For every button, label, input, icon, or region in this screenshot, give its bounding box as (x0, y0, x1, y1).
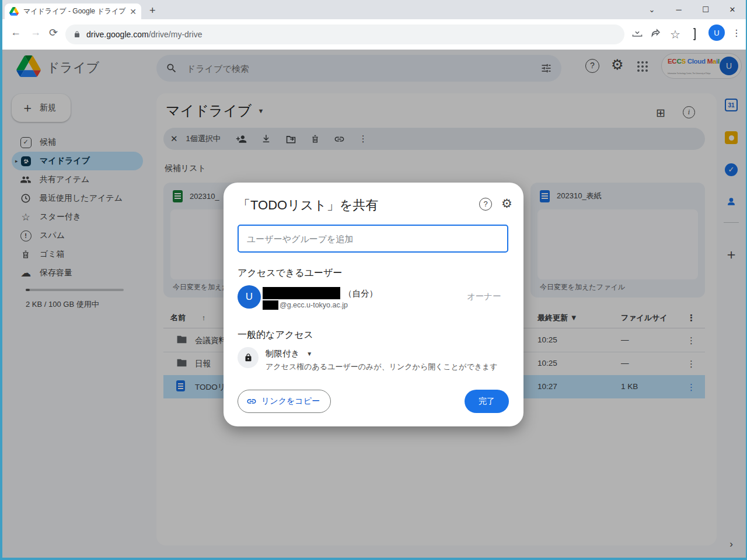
reload-button[interactable]: ⟳ (49, 26, 58, 39)
tab-close-icon[interactable]: ✕ (130, 7, 137, 16)
window-minimize-button[interactable]: ─ (665, 0, 692, 19)
new-tab-button[interactable]: + (149, 5, 156, 17)
address-bar: ← → ⟳ drive.google.com/drive/my-drive ☆ … (2, 19, 746, 50)
done-button[interactable]: 完了 (465, 390, 509, 413)
link-icon (246, 396, 257, 407)
redacted-owner-name (263, 287, 340, 299)
lock-icon (74, 30, 81, 38)
general-access-label: 一般的なアクセス (238, 329, 313, 341)
dropdown-caret-icon: ▼ (306, 351, 312, 357)
access-level-dropdown[interactable]: 制限付き ▼ (266, 348, 312, 359)
window-maximize-button[interactable]: ☐ (692, 0, 719, 19)
restricted-lock-icon (238, 347, 259, 368)
drive-favicon (9, 7, 19, 16)
access-description: アクセス権のあるユーザーのみが、リンクから開くことができます (266, 362, 498, 372)
copy-link-button[interactable]: リンクをコピー (238, 390, 331, 413)
window-chevron-icon[interactable]: ⌄ (638, 0, 665, 19)
omnibox[interactable]: drive.google.com/drive/my-drive (65, 24, 624, 44)
tab-strip: マイドライブ - Google ドライブ ✕ + ⌄ ─ ☐ ✕ (2, 0, 746, 19)
tab-title: マイドライブ - Google ドライブ (23, 6, 126, 16)
desktop: マイドライブ - Google ドライブ ✕ + ⌄ ─ ☐ ✕ ← → ⟳ d… (0, 0, 747, 560)
back-button[interactable]: ← (11, 26, 21, 38)
browser-window: マイドライブ - Google ドライブ ✕ + ⌄ ─ ☐ ✕ ← → ⟳ d… (2, 0, 746, 558)
url-text: drive.google.com/drive/my-drive (86, 30, 202, 39)
browser-tab[interactable]: マイドライブ - Google ドライブ ✕ (5, 4, 141, 19)
owner-role-label: オーナー (467, 291, 501, 302)
forward-button[interactable]: → (30, 26, 41, 38)
window-close-button[interactable]: ✕ (719, 0, 746, 19)
owner-avatar: U (238, 285, 261, 309)
share-icon[interactable] (650, 27, 662, 39)
dialog-title: 「TODOリスト」を共有 (238, 197, 378, 214)
owner-self-suffix: （自分） (344, 288, 378, 299)
share-dialog: 「TODOリスト」を共有 ? ⚙ アクセスできるユーザー U （自分） @g.e… (224, 183, 523, 426)
owner-email-domain: @g.ecc.u-tokyo.ac.jp (280, 301, 348, 309)
people-section-label: アクセスできるユーザー (238, 267, 342, 279)
install-icon[interactable] (631, 27, 643, 39)
dialog-help-icon[interactable]: ? (479, 198, 492, 211)
add-people-input[interactable] (238, 225, 508, 253)
drive-app: ドライブ ? ⚙ ECCS Cloud Mail Information Tec… (2, 50, 746, 558)
browser-avatar[interactable]: U (708, 24, 725, 41)
bookmark-star-icon[interactable]: ☆ (670, 27, 680, 41)
side-panel-icon[interactable] (693, 29, 696, 40)
redacted-owner-email (263, 300, 278, 310)
browser-menu-icon[interactable]: ⋮ (732, 27, 741, 38)
dialog-settings-icon[interactable]: ⚙ (501, 197, 512, 211)
